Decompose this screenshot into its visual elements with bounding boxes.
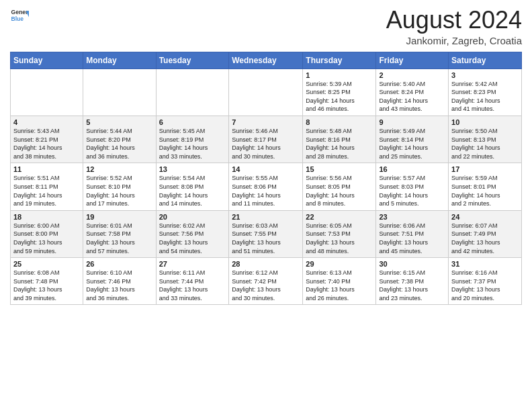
day-number: 6 (159, 118, 226, 126)
day-number: 11 (13, 165, 80, 173)
col-header-thursday: Thursday (303, 52, 376, 68)
col-header-wednesday: Wednesday (229, 52, 303, 68)
calendar-cell: 20Sunrise: 6:02 AM Sunset: 7:56 PM Dayli… (156, 210, 229, 257)
page: General Blue August 2024 Jankomir, Zagre… (0, 0, 532, 411)
svg-text:Blue: Blue (11, 15, 24, 22)
day-number: 10 (451, 118, 519, 126)
day-info: Sunrise: 6:07 AM Sunset: 7:49 PM Dayligh… (451, 222, 519, 255)
calendar-cell: 23Sunrise: 6:06 AM Sunset: 7:51 PM Dayli… (376, 210, 449, 257)
day-info: Sunrise: 5:42 AM Sunset: 8:23 PM Dayligh… (451, 80, 519, 113)
calendar-cell: 12Sunrise: 5:52 AM Sunset: 8:10 PM Dayli… (83, 163, 156, 210)
day-number: 23 (379, 213, 445, 221)
day-info: Sunrise: 5:44 AM Sunset: 8:20 PM Dayligh… (86, 127, 152, 161)
calendar-cell: 29Sunrise: 6:13 AM Sunset: 7:40 PM Dayli… (303, 258, 376, 305)
calendar-cell: 14Sunrise: 5:55 AM Sunset: 8:06 PM Dayli… (229, 163, 303, 210)
day-info: Sunrise: 5:55 AM Sunset: 8:06 PM Dayligh… (232, 174, 300, 208)
day-number: 20 (159, 213, 226, 221)
day-number: 7 (232, 118, 300, 126)
day-info: Sunrise: 5:49 AM Sunset: 8:14 PM Dayligh… (379, 127, 445, 161)
calendar-cell: 19Sunrise: 6:01 AM Sunset: 7:58 PM Dayli… (83, 210, 156, 257)
day-number: 31 (451, 260, 519, 268)
calendar: SundayMondayTuesdayWednesdayThursdayFrid… (10, 52, 522, 306)
day-info: Sunrise: 6:15 AM Sunset: 7:38 PM Dayligh… (379, 269, 445, 302)
calendar-cell: 16Sunrise: 5:57 AM Sunset: 8:03 PM Dayli… (376, 163, 449, 210)
week-row-2: 4Sunrise: 5:43 AM Sunset: 8:21 PM Daylig… (11, 116, 522, 163)
day-info: Sunrise: 5:50 AM Sunset: 8:13 PM Dayligh… (451, 127, 519, 161)
day-number: 25 (13, 260, 80, 268)
calendar-cell: 1Sunrise: 5:39 AM Sunset: 8:25 PM Daylig… (303, 68, 376, 116)
calendar-cell (156, 68, 229, 116)
day-info: Sunrise: 6:01 AM Sunset: 7:58 PM Dayligh… (86, 222, 152, 255)
logo: General Blue (10, 7, 29, 26)
day-info: Sunrise: 5:54 AM Sunset: 8:08 PM Dayligh… (159, 174, 226, 208)
day-number: 22 (306, 213, 373, 221)
day-info: Sunrise: 5:52 AM Sunset: 8:10 PM Dayligh… (86, 174, 152, 208)
calendar-cell (83, 68, 156, 116)
day-info: Sunrise: 5:45 AM Sunset: 8:19 PM Dayligh… (159, 127, 226, 161)
day-info: Sunrise: 5:48 AM Sunset: 8:16 PM Dayligh… (306, 127, 373, 161)
day-number: 9 (379, 118, 445, 126)
day-info: Sunrise: 6:13 AM Sunset: 7:40 PM Dayligh… (306, 269, 373, 302)
day-info: Sunrise: 6:12 AM Sunset: 7:42 PM Dayligh… (232, 269, 300, 302)
day-info: Sunrise: 5:56 AM Sunset: 8:05 PM Dayligh… (306, 174, 373, 208)
calendar-cell: 13Sunrise: 5:54 AM Sunset: 8:08 PM Dayli… (156, 163, 229, 210)
calendar-cell: 28Sunrise: 6:12 AM Sunset: 7:42 PM Dayli… (229, 258, 303, 305)
calendar-cell: 15Sunrise: 5:56 AM Sunset: 8:05 PM Dayli… (303, 163, 376, 210)
day-number: 27 (159, 260, 226, 268)
day-number: 5 (86, 118, 152, 126)
day-number: 8 (306, 118, 373, 126)
calendar-cell: 8Sunrise: 5:48 AM Sunset: 8:16 PM Daylig… (303, 116, 376, 163)
col-header-saturday: Saturday (449, 52, 522, 68)
svg-text:General: General (11, 9, 29, 15)
calendar-cell: 10Sunrise: 5:50 AM Sunset: 8:13 PM Dayli… (449, 116, 522, 163)
day-info: Sunrise: 6:16 AM Sunset: 7:37 PM Dayligh… (451, 269, 519, 302)
day-info: Sunrise: 5:57 AM Sunset: 8:03 PM Dayligh… (379, 174, 445, 208)
week-row-1: 1Sunrise: 5:39 AM Sunset: 8:25 PM Daylig… (11, 68, 522, 116)
day-info: Sunrise: 6:02 AM Sunset: 7:56 PM Dayligh… (159, 222, 226, 255)
day-number: 2 (379, 71, 445, 79)
calendar-cell: 30Sunrise: 6:15 AM Sunset: 7:38 PM Dayli… (376, 258, 449, 305)
header: General Blue August 2024 Jankomir, Zagre… (10, 7, 522, 46)
day-info: Sunrise: 6:08 AM Sunset: 7:48 PM Dayligh… (13, 269, 80, 302)
calendar-cell: 4Sunrise: 5:43 AM Sunset: 8:21 PM Daylig… (11, 116, 83, 163)
day-number: 15 (306, 165, 373, 173)
calendar-cell: 27Sunrise: 6:11 AM Sunset: 7:44 PM Dayli… (156, 258, 229, 305)
calendar-cell: 24Sunrise: 6:07 AM Sunset: 7:49 PM Dayli… (449, 210, 522, 257)
day-number: 3 (451, 71, 519, 79)
day-info: Sunrise: 5:43 AM Sunset: 8:21 PM Dayligh… (13, 127, 80, 161)
day-info: Sunrise: 6:06 AM Sunset: 7:51 PM Dayligh… (379, 222, 445, 255)
calendar-cell: 7Sunrise: 5:46 AM Sunset: 8:17 PM Daylig… (229, 116, 303, 163)
calendar-cell: 25Sunrise: 6:08 AM Sunset: 7:48 PM Dayli… (11, 258, 83, 305)
calendar-cell: 5Sunrise: 5:44 AM Sunset: 8:20 PM Daylig… (83, 116, 156, 163)
calendar-cell: 26Sunrise: 6:10 AM Sunset: 7:46 PM Dayli… (83, 258, 156, 305)
col-header-monday: Monday (83, 52, 156, 68)
calendar-cell: 9Sunrise: 5:49 AM Sunset: 8:14 PM Daylig… (376, 116, 449, 163)
calendar-cell (11, 68, 83, 116)
day-number: 18 (13, 213, 80, 221)
calendar-cell: 3Sunrise: 5:42 AM Sunset: 8:23 PM Daylig… (449, 68, 522, 116)
day-info: Sunrise: 6:10 AM Sunset: 7:46 PM Dayligh… (86, 269, 152, 302)
calendar-cell: 11Sunrise: 5:51 AM Sunset: 8:11 PM Dayli… (11, 163, 83, 210)
day-info: Sunrise: 6:11 AM Sunset: 7:44 PM Dayligh… (159, 269, 226, 302)
calendar-cell: 17Sunrise: 5:59 AM Sunset: 8:01 PM Dayli… (449, 163, 522, 210)
day-number: 14 (232, 165, 300, 173)
location: Jankomir, Zagreb, Croatia (386, 35, 522, 46)
day-number: 16 (379, 165, 445, 173)
day-number: 17 (451, 165, 519, 173)
day-number: 1 (306, 71, 373, 79)
week-row-4: 18Sunrise: 6:00 AM Sunset: 8:00 PM Dayli… (11, 210, 522, 257)
day-info: Sunrise: 6:03 AM Sunset: 7:55 PM Dayligh… (232, 222, 300, 255)
col-header-friday: Friday (376, 52, 449, 68)
calendar-cell: 6Sunrise: 5:45 AM Sunset: 8:19 PM Daylig… (156, 116, 229, 163)
week-row-3: 11Sunrise: 5:51 AM Sunset: 8:11 PM Dayli… (11, 163, 522, 210)
calendar-cell: 22Sunrise: 6:05 AM Sunset: 7:53 PM Dayli… (303, 210, 376, 257)
day-info: Sunrise: 5:59 AM Sunset: 8:01 PM Dayligh… (451, 174, 519, 208)
week-row-5: 25Sunrise: 6:08 AM Sunset: 7:48 PM Dayli… (11, 258, 522, 305)
day-number: 13 (159, 165, 226, 173)
day-info: Sunrise: 5:51 AM Sunset: 8:11 PM Dayligh… (13, 174, 80, 208)
day-number: 19 (86, 213, 152, 221)
day-number: 12 (86, 165, 152, 173)
day-info: Sunrise: 5:46 AM Sunset: 8:17 PM Dayligh… (232, 127, 300, 161)
calendar-cell: 21Sunrise: 6:03 AM Sunset: 7:55 PM Dayli… (229, 210, 303, 257)
day-number: 30 (379, 260, 445, 268)
